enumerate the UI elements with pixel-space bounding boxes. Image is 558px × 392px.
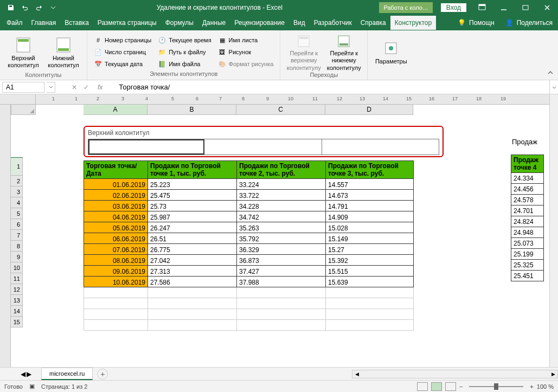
table-cell[interactable]: 24.334: [511, 173, 544, 184]
tell-me-icon[interactable]: 💡: [458, 19, 466, 27]
table-cell[interactable]: 37.988: [237, 277, 326, 287]
select-all-corner[interactable]: [11, 104, 36, 115]
row-header-12[interactable]: 12: [11, 284, 23, 295]
expand-formula-icon[interactable]: [549, 80, 558, 94]
vertical-scrollbar[interactable]: [549, 94, 558, 367]
table-cell[interactable]: 24.824: [511, 216, 544, 227]
zoom-value[interactable]: 100 %: [537, 383, 554, 390]
table-cell[interactable]: 26.51: [148, 233, 237, 244]
view-pagebreak-button[interactable]: [445, 382, 456, 391]
table-cell[interactable]: 15.149: [326, 233, 414, 244]
table-cell[interactable]: 25.325: [511, 260, 544, 271]
empty-cell[interactable]: [326, 320, 414, 331]
tab-review[interactable]: Рецензирование: [230, 16, 289, 30]
tab-help[interactable]: Справка: [356, 16, 390, 30]
options-button[interactable]: Параметры: [372, 35, 410, 70]
sheet-tab[interactable]: microexcel.ru: [41, 368, 93, 380]
share-label[interactable]: Поделиться: [517, 19, 553, 27]
row-header-11[interactable]: 11: [11, 273, 23, 284]
table-cell[interactable]: 36.873: [237, 255, 326, 266]
tab-file[interactable]: Файл: [2, 16, 27, 30]
sheet-nav-prev-icon[interactable]: ◀: [21, 370, 25, 378]
sheet-nav-next-icon[interactable]: ▶: [27, 370, 31, 378]
share-icon[interactable]: 👤: [505, 19, 514, 27]
cancel-formula-icon[interactable]: ✕: [68, 81, 80, 93]
row-header-4[interactable]: 4: [11, 197, 23, 208]
table-cell[interactable]: 15.639: [326, 277, 414, 287]
empty-cell[interactable]: [237, 298, 326, 309]
empty-cell[interactable]: [326, 309, 414, 320]
table-cell[interactable]: 15.27: [326, 244, 414, 255]
col-header-b[interactable]: B: [147, 104, 236, 115]
empty-cell[interactable]: [84, 287, 148, 298]
table-cell[interactable]: 15.515: [326, 266, 414, 277]
row-header-15[interactable]: 15: [11, 317, 23, 327]
table-cell[interactable]: 25.073: [511, 238, 544, 249]
table-cell[interactable]: 25.451: [511, 271, 544, 281]
picture-button[interactable]: 🖼Рисунок: [216, 47, 276, 57]
tab-view[interactable]: Вид: [289, 16, 310, 30]
empty-cell[interactable]: [148, 309, 237, 320]
table-cell[interactable]: 25.223: [148, 179, 237, 190]
zoom-out-icon[interactable]: −: [459, 383, 463, 390]
table-cell[interactable]: 09.06.2019: [84, 266, 148, 277]
table-cell[interactable]: 14.791: [326, 201, 414, 211]
macro-record-icon[interactable]: ▣: [29, 383, 35, 390]
table-cell[interactable]: 33.722: [237, 190, 326, 201]
empty-cell[interactable]: [84, 298, 148, 309]
row-header-14[interactable]: 14: [11, 306, 23, 317]
tab-design[interactable]: Конструктор: [390, 16, 436, 30]
table-cell[interactable]: 24.948: [511, 227, 544, 238]
table-cell[interactable]: 24.456: [511, 184, 544, 195]
table-cell[interactable]: 08.06.2019: [84, 255, 148, 266]
table-cell[interactable]: 35.263: [237, 222, 326, 233]
header-button[interactable]: Верхний колонтитул: [4, 35, 42, 70]
scroll-right-icon[interactable]: ▶: [549, 370, 557, 378]
table-cell[interactable]: 06.06.2019: [84, 233, 148, 244]
scroll-left-icon[interactable]: ◀: [352, 370, 361, 378]
table-cell[interactable]: 07.06.2019: [84, 244, 148, 255]
table-cell[interactable]: 25.475: [148, 190, 237, 201]
table-cell[interactable]: 27.042: [148, 255, 237, 266]
table-header[interactable]: Продажи по Торговой точке 3, тыс. руб.: [326, 161, 414, 179]
row-header-1[interactable]: 1: [11, 157, 23, 176]
table-cell[interactable]: 01.06.2019: [84, 179, 148, 190]
table-cell[interactable]: 25.987: [148, 211, 237, 222]
view-pagelayout-button[interactable]: [431, 382, 442, 391]
horizontal-ruler[interactable]: 11 23 45 67 89 1011 1213 1415 1617 1819: [36, 94, 549, 104]
undo-icon[interactable]: [18, 1, 31, 14]
file-name-button[interactable]: 📗Имя файла: [156, 59, 213, 69]
table-header[interactable]: Продажточке 4: [511, 155, 544, 173]
row-header-2[interactable]: 2: [11, 176, 23, 187]
table-cell[interactable]: 14.673: [326, 190, 414, 201]
row-header-13[interactable]: 13: [11, 295, 23, 306]
table-cell[interactable]: 15.028: [326, 222, 414, 233]
col-header-d[interactable]: D: [325, 104, 413, 115]
login-button[interactable]: Вход: [440, 3, 467, 12]
zoom-slider[interactable]: [469, 386, 523, 387]
row-header-10[interactable]: 10: [11, 262, 23, 273]
empty-cell[interactable]: [84, 320, 148, 331]
tab-insert[interactable]: Вставка: [60, 16, 93, 30]
tab-data[interactable]: Данные: [198, 16, 230, 30]
empty-cell[interactable]: [148, 320, 237, 331]
sheet-name-button[interactable]: ▦Имя листа: [216, 35, 276, 46]
empty-cell[interactable]: [326, 298, 414, 309]
file-path-button[interactable]: 📁Путь к файлу: [156, 47, 213, 57]
table-header[interactable]: Продажи по Торговой точке 1, тыс. руб.: [148, 161, 237, 179]
maximize-icon[interactable]: [515, 0, 536, 15]
empty-cell[interactable]: [326, 287, 414, 298]
col-header-a[interactable]: A: [84, 104, 147, 115]
namebox-dropdown-icon[interactable]: [47, 82, 55, 93]
close-icon[interactable]: [536, 0, 558, 15]
row-header-8[interactable]: 8: [11, 241, 23, 252]
save-icon[interactable]: [4, 1, 17, 14]
tab-formulas[interactable]: Формулы: [161, 16, 198, 30]
horizontal-scrollbar[interactable]: ◀ ▶: [352, 370, 558, 378]
goto-footer-button[interactable]: Перейти к нижнему колонтитулу: [325, 35, 363, 70]
tab-developer[interactable]: Разработчик: [310, 16, 356, 30]
table-cell[interactable]: 34.228: [237, 201, 326, 211]
header-left-section[interactable]: [88, 139, 204, 155]
empty-cell[interactable]: [237, 309, 326, 320]
current-time-button[interactable]: 🕐Текущее время: [156, 35, 213, 46]
